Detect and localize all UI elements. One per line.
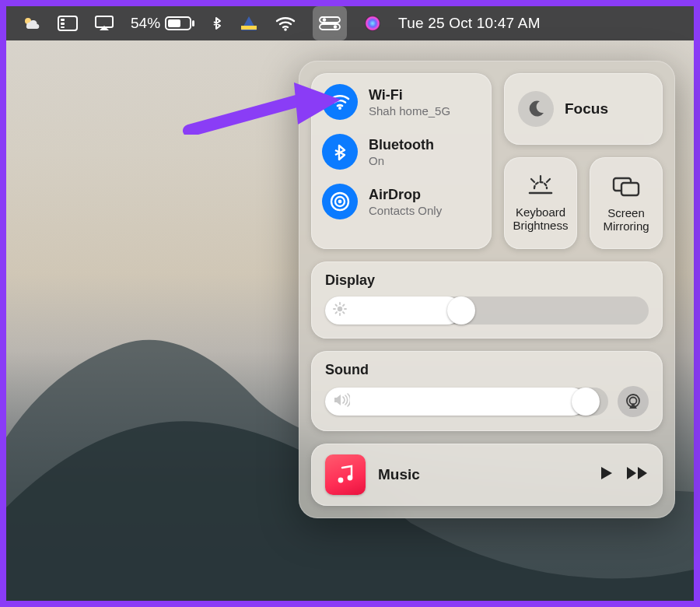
svg-line-32 [343,312,345,314]
svg-rect-25 [621,183,639,195]
svg-rect-2 [61,19,65,21]
focus-label: Focus [565,100,608,118]
battery-percent-label: 54% [131,15,160,32]
bluetooth-title: Bluetooth [369,137,434,153]
screenshot-frame: 54% Tue 25 Oct 10:47 AM [0,0,700,607]
svg-line-33 [343,305,345,307]
svg-point-15 [365,16,380,31]
svg-rect-7 [192,20,194,26]
svg-point-37 [338,478,344,483]
display-slider[interactable] [325,296,649,325]
svg-point-38 [348,475,353,481]
svg-rect-9 [241,26,257,30]
stage-manager-menubar-icon[interactable] [58,6,78,40]
bluetooth-menubar-icon[interactable] [212,6,222,40]
menubar-datetime[interactable]: Tue 25 Oct 10:47 AM [398,6,541,40]
airdrop-subtitle: Contacts Only [369,204,442,217]
keyboard-brightness-label: Keyboard Brightness [507,205,574,233]
sound-card: Sound [311,351,663,431]
svg-point-14 [334,25,337,28]
bluetooth-icon [322,134,358,170]
svg-rect-3 [61,23,65,25]
now-playing-card[interactable]: Music [311,444,663,506]
wifi-title: Wi-Fi [369,87,450,104]
siri-menubar-icon[interactable] [364,6,381,40]
keyboard-brightness-button[interactable]: Keyboard Brightness [504,157,577,249]
svg-point-16 [338,107,341,110]
svg-point-19 [338,200,342,204]
sound-slider[interactable] [325,388,608,416]
svg-line-31 [336,305,338,307]
svg-point-26 [338,307,342,311]
wifi-menubar-icon[interactable] [275,6,296,40]
battery-menubar[interactable]: 54% [131,6,194,40]
bluetooth-toggle[interactable]: Bluetooth On [322,134,481,170]
menu-bar: 54% Tue 25 Oct 10:47 AM [6,6,694,40]
airdrop-icon [322,184,358,219]
display-card: Display [311,261,663,339]
svg-rect-4 [61,26,65,28]
screen-mirroring-label: Screen Mirroring [593,206,660,233]
sound-label: Sound [325,362,649,378]
music-app-icon [325,454,366,495]
airdrop-title: AirDrop [369,187,442,203]
wifi-subtitle: Shah home_5G [369,104,450,118]
app-menubar-icon[interactable] [240,6,258,40]
play-button[interactable] [597,465,614,485]
svg-rect-8 [168,19,180,27]
speaker-icon [333,393,350,410]
wifi-toggle[interactable]: Wi-Fi Shah home_5G [322,84,481,120]
next-track-button[interactable] [625,465,649,485]
control-center-panel: Wi-Fi Shah home_5G Bluetooth On [299,61,675,518]
keyboard-brightness-icon [525,174,556,199]
focus-button[interactable]: Focus [504,73,663,145]
svg-rect-5 [96,16,113,27]
svg-point-12 [323,18,326,21]
airdrop-toggle[interactable]: AirDrop Contacts Only [322,184,481,219]
svg-line-22 [547,179,550,182]
sun-icon [333,302,347,319]
moon-icon [518,91,554,127]
connectivity-card: Wi-Fi Shah home_5G Bluetooth On [311,73,492,249]
airplay-menubar-icon[interactable] [95,6,114,40]
screen-mirroring-icon [611,174,642,200]
svg-line-21 [531,179,534,182]
control-center-menubar-icon[interactable] [313,6,347,40]
wifi-icon [322,84,358,120]
svg-line-34 [336,312,338,314]
airplay-audio-button[interactable] [618,386,649,417]
display-label: Display [325,272,649,289]
bluetooth-subtitle: On [369,154,434,167]
now-playing-title: Music [378,466,585,483]
screen-mirroring-button[interactable]: Screen Mirroring [590,157,663,249]
weather-menubar-icon[interactable] [22,6,40,40]
svg-point-10 [284,28,287,31]
